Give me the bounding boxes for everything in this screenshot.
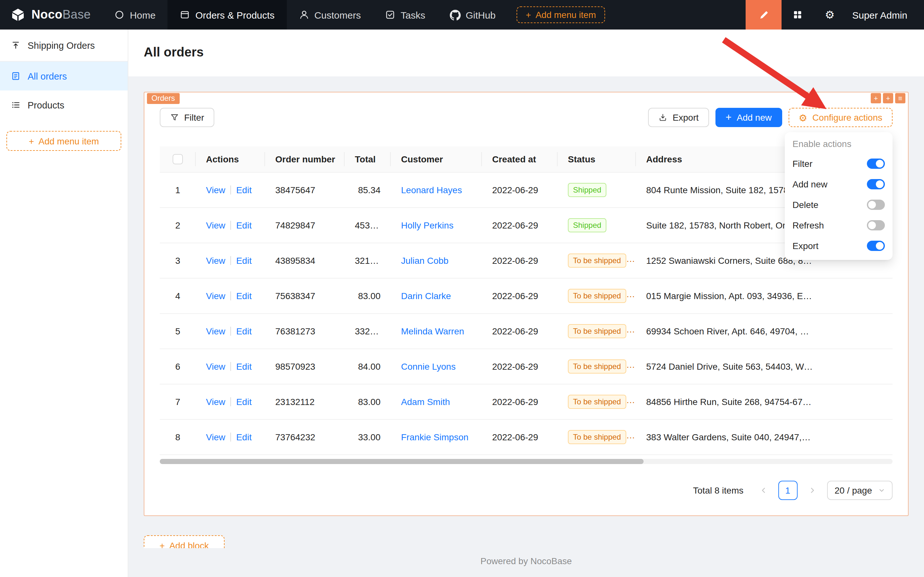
row-index: 3 (160, 243, 196, 278)
user-menu[interactable]: Super Admin (846, 0, 924, 29)
address-cell: 383 Walter Gardens, Suite 040, 24947, Be… (636, 419, 823, 455)
sidebar-item-all-orders[interactable]: All orders (0, 61, 128, 90)
filter-toggle[interactable] (867, 158, 885, 169)
plus-icon: + (526, 10, 531, 20)
link-divider (230, 185, 231, 194)
filter-button[interactable]: Filter (160, 108, 214, 127)
navbar-add-menu-item-button[interactable]: + Add menu item (517, 6, 605, 23)
prev-page-button[interactable] (753, 480, 773, 500)
gear-icon: ⚙ (825, 8, 835, 21)
view-link[interactable]: View (206, 432, 225, 442)
dropdown-item-filter[interactable]: Filter (785, 153, 893, 174)
dropdown-item-export[interactable]: Export (785, 235, 893, 256)
customer-link[interactable]: Julian Cobb (401, 255, 449, 265)
page-size-select[interactable]: 20 / page (827, 480, 893, 500)
edit-link[interactable]: Edit (236, 326, 251, 336)
total-cell: 321.00 (344, 243, 391, 278)
delete-toggle[interactable] (867, 200, 885, 210)
page-title: All orders (144, 45, 909, 60)
funnel-icon (170, 113, 179, 122)
add-new-toggle[interactable] (867, 179, 885, 189)
total-cell: 85.34 (344, 172, 391, 207)
total-cell: 83.00 (344, 384, 391, 419)
edit-link[interactable]: Edit (236, 432, 251, 442)
export-toggle[interactable] (867, 241, 885, 251)
header-created-at: Created at (482, 146, 558, 172)
customer-link[interactable]: Connie Lyons (401, 361, 456, 371)
customer-link[interactable]: Melinda Warren (401, 326, 464, 336)
next-page-button[interactable] (802, 480, 822, 500)
customer-link[interactable]: Adam Smith (401, 396, 450, 406)
link-divider (230, 326, 231, 335)
sidebar-item-shipping-orders[interactable]: Shipping Orders (0, 29, 128, 61)
customer-link[interactable]: Darin Clarke (401, 290, 451, 301)
add-block-icon[interactable]: + (883, 93, 893, 103)
select-all-checkbox[interactable] (172, 154, 183, 164)
plugins-grid-button[interactable] (782, 0, 814, 29)
order-number-cell: 74829847 (265, 207, 344, 243)
edit-link[interactable]: Edit (236, 361, 251, 371)
customer-link[interactable]: Holly Perkins (401, 220, 453, 230)
page-number-1[interactable]: 1 (778, 480, 797, 500)
created-at-cell: 2022-06-29 (482, 243, 558, 278)
customer-link[interactable]: Leonard Hayes (401, 185, 462, 195)
customers-icon (299, 10, 309, 20)
add-new-label: Add new (737, 112, 772, 122)
sidebar-add-menu-item-button[interactable]: + Add menu item (6, 131, 121, 151)
configure-actions-label: Configure actions (812, 112, 882, 122)
row-index: 5 (160, 313, 196, 348)
customer-link[interactable]: Frankie Simpson (401, 432, 468, 442)
view-link[interactable]: View (206, 220, 225, 230)
view-link[interactable]: View (206, 255, 225, 265)
plus-icon: + (159, 540, 164, 548)
view-link[interactable]: View (206, 326, 225, 336)
row-index: 4 (160, 278, 196, 313)
settings-button[interactable]: ⚙ (814, 0, 846, 29)
export-button[interactable]: Export (649, 108, 709, 127)
table-row: 5 ViewEdit 76381273 332.00 Melinda Warre… (160, 313, 893, 348)
row-index: 8 (160, 419, 196, 455)
dropdown-item-delete[interactable]: Delete (785, 195, 893, 215)
page-size-value: 20 / page (834, 485, 872, 495)
view-link[interactable]: View (206, 361, 225, 371)
navbar-right-cluster: ⚙ Super Admin (745, 0, 924, 29)
sidebar-item-products[interactable]: Products (0, 90, 128, 119)
nav-item-orders-products[interactable]: Orders & Products (168, 0, 287, 29)
row-index: 2 (160, 207, 196, 243)
horizontal-scrollbar-thumb[interactable] (160, 459, 643, 464)
block-menu-icon[interactable]: ≡ (895, 93, 905, 103)
table-row: 4 ViewEdit 75638347 83.00 Darin Clarke 2… (160, 278, 893, 313)
address-cell: 5724 Daniel Drive, Suite 563, 54403, Wen… (636, 348, 823, 384)
dropdown-item-refresh[interactable]: Refresh (785, 215, 893, 235)
edit-link[interactable]: Edit (236, 396, 251, 406)
add-new-button[interactable]: + Add new (715, 108, 782, 127)
nav-item-tasks[interactable]: Tasks (373, 0, 438, 29)
edit-link[interactable]: Edit (236, 290, 251, 301)
edit-link[interactable]: Edit (236, 255, 251, 265)
ui-editor-toggle-button[interactable] (745, 0, 782, 29)
edit-link[interactable]: Edit (236, 220, 251, 230)
view-link[interactable]: View (206, 185, 225, 195)
menu-icon: ≡ (898, 95, 903, 102)
table-row: 7 ViewEdit 23132112 83.00 Adam Smith 202… (160, 384, 893, 419)
dropdown-item-add-new[interactable]: Add new (785, 174, 893, 195)
created-at-cell: 2022-06-29 (482, 207, 558, 243)
sidebar-item-label: Products (27, 100, 64, 110)
nocobase-logo[interactable]: NocoBase (0, 0, 102, 29)
edit-link[interactable]: Edit (236, 185, 251, 195)
nav-item-customers[interactable]: Customers (287, 0, 373, 29)
view-link[interactable]: View (206, 290, 225, 301)
add-menu-item-label: Add menu item (536, 10, 596, 20)
configure-actions-button[interactable]: ⚙ Configure actions (788, 108, 893, 127)
header-customer: Customer (391, 146, 482, 172)
add-block-button[interactable]: + Add block (144, 535, 225, 548)
order-number-cell: 43895834 (265, 243, 344, 278)
nav-item-github[interactable]: GitHub (437, 0, 507, 29)
list-icon (11, 100, 21, 110)
nav-item-home[interactable]: Home (102, 0, 168, 29)
refresh-toggle[interactable] (867, 220, 885, 230)
view-link[interactable]: View (206, 396, 225, 406)
insert-block-icon[interactable]: + (871, 93, 881, 103)
content-area: Orders + + ≡ Filter (128, 76, 924, 577)
link-divider (230, 256, 231, 265)
